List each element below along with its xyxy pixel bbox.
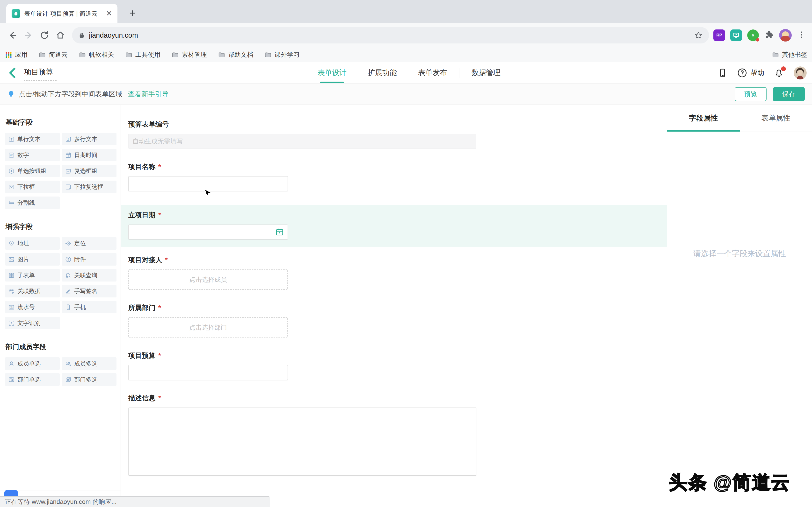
mobile-preview-icon[interactable]: [718, 68, 727, 78]
form-canvas[interactable]: 预算表单编号 项目名称 * 立项日期 * 项目对接人 *: [121, 105, 667, 507]
field-label-row: 预算表单编号: [128, 120, 667, 129]
member-picker[interactable]: 点击选择成员: [128, 270, 288, 290]
sidebar-field-checkbox-group[interactable]: 复选框组: [62, 165, 116, 177]
bookmark-folder-study[interactable]: 课外学习: [264, 50, 300, 59]
back-icon[interactable]: [6, 29, 19, 42]
sidebar-field-image[interactable]: 图片: [5, 253, 60, 266]
bookmark-star-icon[interactable]: [694, 31, 703, 40]
sidebar-field-location[interactable]: 定位: [62, 237, 116, 249]
browser-tab[interactable]: 表单设计-项目预算 | 简道云 ✕: [6, 4, 117, 23]
mobile-icon: [65, 304, 71, 311]
required-mark: *: [158, 394, 161, 402]
bookmark-folder-tools[interactable]: 工具使用: [125, 50, 160, 59]
sidebar-field-ocr[interactable]: A 文字识别: [5, 317, 60, 329]
single-line-text-icon: T: [8, 136, 15, 143]
tab-form-design[interactable]: 表单设计: [307, 62, 357, 83]
sidebar-field-address[interactable]: 地址: [5, 237, 60, 249]
extensions-row: RP y: [713, 29, 806, 42]
sidebar-field-multi-line-text[interactable]: T 多行文本: [62, 133, 116, 145]
other-bookmarks[interactable]: 其他书签: [765, 50, 807, 60]
sidebar-field-linked-data[interactable]: 关联数据: [5, 285, 60, 297]
sidebar-field-mobile[interactable]: 手机: [62, 301, 116, 314]
sidebar-field-divider[interactable]: 分割线: [5, 196, 60, 209]
guide-link[interactable]: 查看新手引导: [128, 90, 169, 99]
bookmark-apps[interactable]: 应用: [5, 50, 28, 59]
sidebar-field-member-multi[interactable]: 成员多选: [62, 357, 116, 370]
tab-field-properties[interactable]: 字段属性: [667, 105, 740, 131]
field-block-description[interactable]: 描述信息 *: [128, 394, 667, 476]
bookmark-folder-jiandaoyun[interactable]: 简道云: [39, 50, 68, 59]
sidebar-field-lookup[interactable]: 关联查询: [62, 269, 116, 282]
extension-screen-icon[interactable]: [730, 30, 742, 41]
address-bar[interactable]: jiandaoyun.com: [72, 27, 709, 44]
tab-close-icon[interactable]: ✕: [106, 10, 112, 17]
field-label: 文字识别: [17, 319, 41, 327]
folder-icon: [264, 51, 272, 58]
forward-icon[interactable]: [22, 29, 35, 42]
extension-rp-icon[interactable]: RP: [713, 30, 725, 41]
field-block-contact[interactable]: 项目对接人 * 点击选择成员: [128, 256, 667, 290]
sidebar-field-attachment[interactable]: 附件: [62, 253, 116, 266]
extensions-puzzle-icon[interactable]: [764, 30, 774, 41]
tab-title: 表单设计-项目预算 | 简道云: [24, 10, 102, 18]
sidebar-field-member-single[interactable]: 成员单选: [5, 357, 60, 370]
dropdown-icon: [8, 184, 15, 190]
reload-icon[interactable]: [38, 29, 51, 42]
tab-extensions[interactable]: 扩展功能: [357, 62, 407, 83]
notification-bell-icon[interactable]: [774, 68, 784, 78]
field-label-text: 项目名称: [128, 162, 155, 171]
sidebar-field-dept-multi[interactable]: 部门多选: [62, 373, 116, 386]
back-to-app-button[interactable]: [6, 67, 19, 79]
sidebar-field-subform[interactable]: 子表单: [5, 269, 60, 282]
sidebar-field-serial-number[interactable]: NO. 流水号: [5, 301, 60, 314]
checkbox-group-icon: [65, 168, 71, 174]
sidebar-field-single-line-text[interactable]: T 单行文本: [5, 133, 60, 145]
start-date-input[interactable]: [128, 225, 288, 239]
preview-button[interactable]: 预览: [735, 87, 767, 101]
field-block-serial[interactable]: 预算表单编号: [128, 120, 667, 149]
save-button[interactable]: 保存: [773, 87, 805, 101]
sidebar-field-multi-dropdown[interactable]: 下拉复选框: [62, 181, 116, 193]
screen: 表单设计-项目预算 | 简道云 ✕ + jiandaoyun.com RP: [0, 0, 812, 507]
sidebar-field-number[interactable]: 123 数字: [5, 149, 60, 161]
field-label-text: 预算表单编号: [128, 120, 169, 129]
project-name-input[interactable]: [128, 176, 288, 191]
field-label: 图片: [17, 256, 29, 263]
sidebar-field-dropdown[interactable]: 下拉框: [5, 181, 60, 193]
field-block-project-name[interactable]: 项目名称 *: [128, 162, 667, 191]
chrome-menu-icon[interactable]: [797, 31, 806, 40]
field-block-department[interactable]: 所属部门 * 点击选择部门: [128, 303, 667, 338]
help-label: 帮助: [750, 68, 764, 78]
sidebar-field-dept-single[interactable]: 部门单选: [5, 373, 60, 386]
description-textarea[interactable]: [128, 407, 476, 475]
watermark-text: 头条 @简道云: [669, 470, 791, 495]
browser-profile-avatar[interactable]: [779, 29, 792, 42]
field-label-text: 项目预算: [128, 351, 155, 360]
tab-form-properties[interactable]: 表单属性: [740, 105, 812, 131]
bookmark-folder-assets[interactable]: 素材管理: [171, 50, 207, 59]
field-block-budget[interactable]: 项目预算 *: [128, 351, 667, 380]
section-title-enhanced-fields: 增强字段: [6, 222, 120, 231]
bookmark-folder-fanruan[interactable]: 帆软相关: [79, 50, 114, 59]
budget-input[interactable]: [128, 365, 288, 380]
field-block-start-date[interactable]: 立项日期 *: [121, 205, 667, 247]
tab-form-publish[interactable]: 表单发布: [407, 62, 458, 83]
tab-data-manage[interactable]: 数据管理: [461, 62, 511, 83]
department-picker[interactable]: 点击选择部门: [128, 317, 288, 338]
folder-icon: [79, 51, 86, 58]
bookmark-folder-docs[interactable]: 帮助文档: [218, 50, 253, 59]
new-tab-button[interactable]: +: [126, 6, 139, 20]
sidebar-field-datetime[interactable]: 日期时间: [62, 149, 116, 161]
calendar-icon[interactable]: [275, 228, 284, 236]
home-icon[interactable]: [54, 29, 67, 42]
user-avatar[interactable]: [794, 66, 807, 79]
extension-y-icon[interactable]: y: [747, 30, 759, 41]
sidebar-field-radio-group[interactable]: 单选按钮组: [5, 165, 60, 177]
svg-text:T: T: [67, 137, 69, 140]
field-label: 附件: [74, 256, 86, 263]
sidebar-field-signature[interactable]: 手写签名: [62, 285, 116, 297]
form-title[interactable]: 项目预算: [24, 67, 57, 81]
tip-bar: 点击/拖动下方字段到中间表单区域 查看新手引导 预览 保存: [0, 83, 812, 105]
apps-grid-icon: [5, 51, 12, 58]
help-button[interactable]: 帮助: [737, 68, 764, 78]
